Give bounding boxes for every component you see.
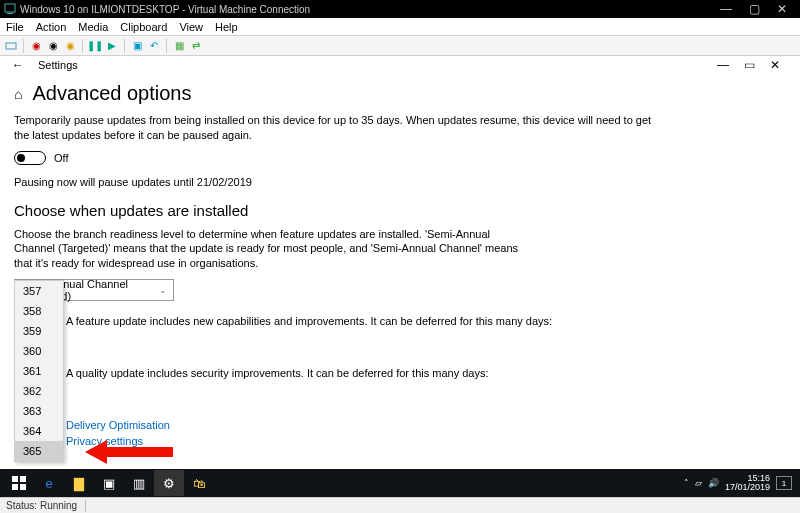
enhanced-icon[interactable]: ▦: [172, 39, 186, 53]
start-button[interactable]: [4, 470, 34, 496]
svg-rect-2: [6, 43, 16, 49]
svg-rect-1: [7, 13, 13, 14]
vm-minimize-button[interactable]: —: [712, 2, 740, 16]
delivery-optimisation-link[interactable]: Delivery Optimisation: [66, 419, 786, 431]
home-icon[interactable]: ⌂: [14, 86, 22, 102]
taskbar: e ▇ ▣ ▥ ⚙ 🛍 ˄ ▱ 🔊 15:16 17/01/2019 1: [0, 469, 800, 497]
dropdown-item-362[interactable]: 362: [15, 381, 63, 401]
menu-action[interactable]: Action: [36, 21, 67, 33]
settings-close-button[interactable]: ✕: [762, 58, 788, 72]
settings-taskbar-icon[interactable]: ⚙: [154, 470, 184, 496]
taskbar-clock[interactable]: 15:16 17/01/2019: [725, 474, 770, 493]
vm-statusbar: Status: Running: [0, 497, 800, 513]
vm-menubar: File Action Media Clipboard View Help: [0, 18, 800, 36]
pause-icon[interactable]: ❚❚: [88, 39, 102, 53]
choose-heading: Choose when updates are installed: [14, 202, 786, 219]
svg-rect-6: [12, 484, 18, 490]
menu-clipboard[interactable]: Clipboard: [120, 21, 167, 33]
file-explorer-icon[interactable]: ▇: [64, 470, 94, 496]
menu-media[interactable]: Media: [78, 21, 108, 33]
toolbar-separator: [124, 39, 125, 53]
checkpoint-icon[interactable]: ▣: [130, 39, 144, 53]
share-icon[interactable]: ⇄: [189, 39, 203, 53]
svg-rect-4: [12, 476, 18, 482]
dropdown-item-365[interactable]: 365: [15, 441, 63, 461]
dropdown-item-363[interactable]: 363: [15, 401, 63, 421]
svg-marker-3: [85, 440, 173, 464]
choose-description: Choose the branch readiness level to det…: [14, 227, 534, 272]
vm-titlebar: Windows 10 on ILMIONTDESKTOP - Virtual M…: [0, 0, 800, 18]
start-icon[interactable]: ◉: [29, 39, 43, 53]
feature-defer-label: A feature update includes new capabiliti…: [66, 315, 786, 327]
task-view-icon[interactable]: ▥: [124, 470, 154, 496]
edge-icon[interactable]: e: [34, 470, 64, 496]
dropdown-item-364[interactable]: 364: [15, 421, 63, 441]
settings-header: ← Settings — ▭ ✕: [0, 56, 800, 74]
tray-network-icon[interactable]: ▱: [695, 478, 702, 488]
vm-app-icon: [4, 3, 16, 15]
menu-help[interactable]: Help: [215, 21, 238, 33]
svg-rect-0: [5, 4, 15, 12]
page-title: Advanced options: [32, 82, 191, 105]
store-icon[interactable]: 🛍: [184, 470, 214, 496]
vm-close-button[interactable]: ✕: [768, 2, 796, 16]
dropdown-item-359[interactable]: 359: [15, 321, 63, 341]
settings-restore-button[interactable]: ▭: [736, 58, 762, 72]
svg-rect-5: [20, 476, 26, 482]
shutdown-icon[interactable]: ◉: [63, 39, 77, 53]
tray-chevron-icon[interactable]: ˄: [684, 478, 689, 488]
action-center-icon[interactable]: 1: [776, 476, 792, 490]
menu-file[interactable]: File: [6, 21, 24, 33]
dropdown-item-357[interactable]: 357: [15, 281, 63, 301]
pause-updates-toggle[interactable]: [14, 151, 46, 165]
chevron-down-icon: ⌄: [159, 285, 167, 295]
toggle-label: Off: [54, 152, 68, 164]
turnoff-icon[interactable]: ◉: [46, 39, 60, 53]
pause-note: Pausing now will pause updates until 21/…: [14, 175, 654, 190]
dropdown-item-360[interactable]: 360: [15, 341, 63, 361]
annotation-arrow: [85, 437, 175, 471]
pause-description: Temporarily pause updates from being ins…: [14, 113, 654, 143]
dropdown-item-361[interactable]: 361: [15, 361, 63, 381]
system-tray: ˄ ▱ 🔊 15:16 17/01/2019 1: [684, 474, 796, 493]
toolbar-separator: [166, 39, 167, 53]
settings-minimize-button[interactable]: —: [710, 58, 736, 72]
status-text: Status: Running: [6, 500, 77, 511]
menu-view[interactable]: View: [179, 21, 203, 33]
vm-maximize-button[interactable]: ▢: [740, 2, 768, 16]
toolbar-separator: [82, 39, 83, 53]
toolbar-separator: [23, 39, 24, 53]
tray-volume-icon[interactable]: 🔊: [708, 478, 719, 488]
vm-toolbar: ◉ ◉ ◉ ❚❚ ▶ ▣ ↶ ▦ ⇄: [0, 36, 800, 56]
settings-label: Settings: [38, 59, 78, 71]
dropdown-item-358[interactable]: 358: [15, 301, 63, 321]
revert-icon[interactable]: ↶: [147, 39, 161, 53]
defer-days-dropdown[interactable]: 357358359360361362363364365: [14, 280, 64, 462]
back-button[interactable]: ←: [12, 58, 24, 72]
quality-defer-label: A quality update includes security impro…: [66, 367, 786, 379]
vm-title-text: Windows 10 on ILMIONTDESKTOP - Virtual M…: [20, 4, 712, 15]
reset-icon[interactable]: ▶: [105, 39, 119, 53]
ctrl-alt-del-icon[interactable]: [4, 39, 18, 53]
settings-content: ⌂ Advanced options Temporarily pause upd…: [0, 74, 800, 447]
terminal-icon[interactable]: ▣: [94, 470, 124, 496]
svg-rect-7: [20, 484, 26, 490]
